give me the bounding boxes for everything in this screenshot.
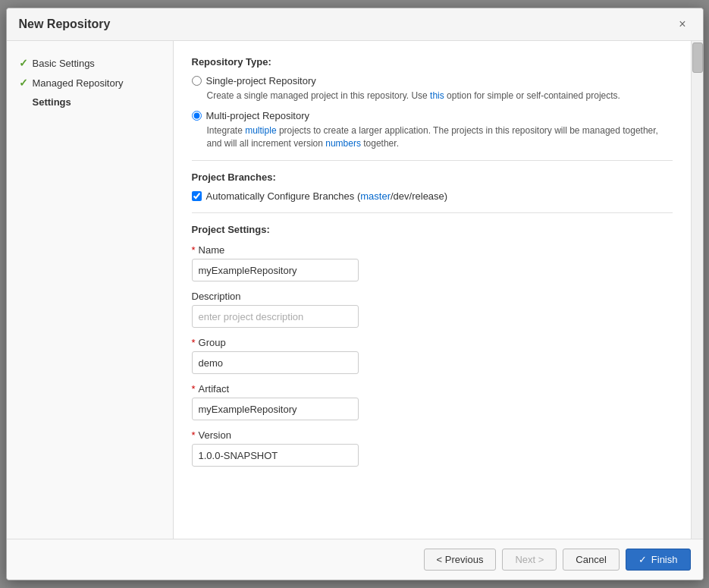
multi-project-desc: Integrate multiple projects to create a … (207, 124, 673, 150)
check-icon-managed: ✓ (19, 77, 28, 89)
project-settings-title: Project Settings: (192, 224, 673, 235)
close-button[interactable]: × (674, 16, 690, 33)
artifact-field-group: *Artifact (192, 383, 673, 420)
check-icon-basic: ✓ (19, 57, 28, 69)
group-field-group: *Group (192, 337, 673, 374)
group-input[interactable] (192, 351, 359, 374)
dialog-body: ✓ Basic Settings ✓ Managed Repository Se… (7, 41, 703, 539)
dialog-title: New Repository (19, 17, 111, 31)
version-input[interactable] (192, 444, 359, 467)
description-input[interactable] (192, 305, 359, 328)
repository-type-title: Repository Type: (192, 56, 673, 68)
group-label: *Group (192, 337, 673, 348)
sidebar-item-managed-repository[interactable]: ✓ Managed Repository (16, 73, 164, 93)
sidebar-item-label-basic: Basic Settings (33, 58, 95, 69)
auto-configure-branches-row[interactable]: Automatically Configure Branches (master… (192, 190, 673, 202)
artifact-required-star: * (192, 383, 196, 395)
cancel-button[interactable]: Cancel (563, 549, 619, 571)
repository-type-options: Single-project Repository Create a singl… (192, 75, 673, 149)
dialog-header: New Repository × (7, 8, 703, 41)
auto-configure-label: Automatically Configure Branches (master… (206, 190, 448, 202)
name-required-star: * (192, 244, 196, 256)
sidebar-item-basic-settings[interactable]: ✓ Basic Settings (16, 53, 164, 73)
next-button[interactable]: Next > (502, 549, 557, 571)
single-project-label: Single-project Repository (206, 75, 316, 86)
finish-label: Finish (651, 554, 678, 565)
finish-button[interactable]: ✓ Finish (626, 549, 691, 571)
single-project-radio[interactable] (192, 76, 202, 86)
group-required-star: * (192, 337, 196, 348)
artifact-input[interactable] (192, 398, 359, 420)
single-project-option[interactable]: Single-project Repository (192, 75, 673, 86)
sidebar-item-label-managed: Managed Repository (33, 77, 124, 89)
description-field-group: Description (192, 291, 673, 328)
sidebar-item-label-settings: Settings (33, 96, 71, 108)
main-content: Repository Type: Single-project Reposito… (174, 41, 691, 539)
name-label: *Name (192, 244, 673, 256)
project-branches-title: Project Branches: (192, 171, 673, 183)
scrollbar-track[interactable] (691, 41, 703, 539)
version-label: *Version (192, 429, 673, 441)
description-label: Description (192, 291, 673, 302)
scrollbar-thumb[interactable] (692, 42, 703, 73)
multi-project-radio[interactable] (192, 111, 202, 121)
multi-project-option[interactable]: Multi-project Repository (192, 110, 673, 121)
separator-1 (192, 160, 673, 161)
version-required-star: * (192, 429, 196, 441)
multi-project-label: Multi-project Repository (206, 110, 310, 121)
version-field-group: *Version (192, 429, 673, 467)
name-field-group: *Name (192, 244, 673, 281)
artifact-label: *Artifact (192, 383, 673, 395)
finish-icon: ✓ (638, 554, 647, 565)
single-project-desc: Create a single managed project in this … (207, 90, 673, 102)
sidebar: ✓ Basic Settings ✓ Managed Repository Se… (7, 41, 174, 539)
name-input[interactable] (192, 259, 359, 281)
separator-2 (192, 212, 673, 213)
previous-button[interactable]: < Previous (424, 549, 497, 571)
new-repository-dialog: New Repository × ✓ Basic Settings ✓ Mana… (6, 8, 704, 580)
sidebar-item-settings[interactable]: Settings (16, 93, 164, 112)
auto-configure-checkbox[interactable] (192, 191, 202, 201)
dialog-footer: < Previous Next > Cancel ✓ Finish (7, 539, 703, 580)
